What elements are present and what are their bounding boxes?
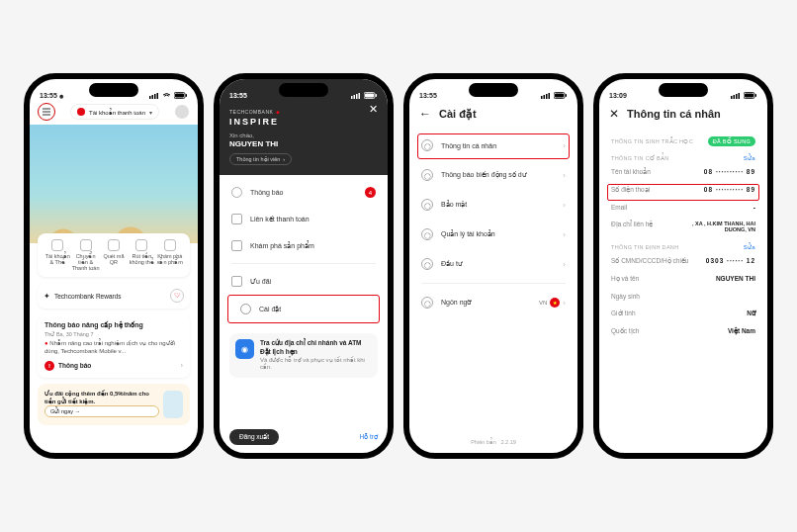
chevron-right-icon: ›	[563, 201, 566, 210]
notch	[279, 83, 328, 97]
avatar[interactable]	[174, 104, 190, 120]
kv-nationality: Quốc tịchViệt Nam	[599, 322, 767, 340]
edit-basic-button[interactable]: Sửa	[744, 154, 755, 161]
action-qr[interactable]: Quét mã QR	[100, 239, 128, 265]
user-icon: ◯	[421, 139, 433, 151]
bell-icon: ◯	[421, 169, 433, 181]
menu-button[interactable]	[38, 103, 55, 121]
account-icon: ◯	[421, 228, 433, 240]
page-title: Thông tin cá nhân	[627, 108, 721, 120]
close-button[interactable]: ✕	[369, 103, 378, 116]
back-button[interactable]: ←	[419, 107, 431, 121]
phone-2-drawer: 13:55 ✕ TECHCOMBANK ◆ INSPIRE Xin chào, …	[214, 73, 394, 459]
drawer-menu: Thông báo4 Liên kết thanh toán Khám phá …	[220, 175, 388, 327]
action-withdraw[interactable]: Rút tiền không thẻ	[128, 239, 155, 265]
explore-icon	[164, 239, 176, 251]
svg-rect-3	[157, 93, 159, 99]
branch-title: Tra cứu địa chỉ chi nhánh và ATM	[260, 339, 362, 346]
news-title: Thông báo nâng cấp hệ thống	[44, 321, 183, 329]
signal-icon	[351, 93, 361, 99]
chevron-down-icon: ▾	[149, 109, 152, 116]
kv-email: Email-	[599, 199, 767, 216]
svg-rect-26	[745, 94, 753, 98]
bell-icon	[231, 187, 242, 198]
svg-rect-13	[376, 94, 378, 97]
transfer-icon	[80, 239, 92, 251]
close-button[interactable]: ✕	[609, 107, 619, 121]
battery-icon	[364, 92, 378, 99]
row-security[interactable]: ◯Bảo mật›	[409, 190, 577, 220]
battery-icon	[744, 92, 757, 99]
notch	[469, 83, 518, 97]
version-label: Phiên bản 2.2.19	[409, 431, 577, 453]
chevron-right-icon: ›	[563, 299, 566, 308]
card-icon	[51, 239, 63, 251]
row-personal-info[interactable]: ◯Thông tin cá nhân›	[409, 131, 577, 160]
svg-rect-2	[154, 94, 156, 99]
drawer-footer: Đăng xuất Hỗ trợ	[220, 421, 388, 453]
branch-card[interactable]: ◉ Tra cứu địa chỉ chi nhánh và ATM Đặt l…	[229, 333, 378, 378]
svg-rect-14	[541, 96, 543, 99]
notch	[89, 83, 138, 97]
clock: 13:55	[419, 92, 437, 99]
signal-icon	[541, 93, 551, 99]
phone-1-home: 13:55 ◉ Tài khoản thanh toán ▾ Tài khoản…	[24, 73, 204, 459]
row-balance-alerts[interactable]: ◯Thông báo biến động số dư›	[409, 160, 577, 190]
svg-rect-16	[546, 94, 548, 99]
battery-icon	[554, 92, 568, 99]
member-info-chip[interactable]: Thông tin hội viên›	[229, 153, 292, 165]
clock: 13:55	[229, 92, 247, 99]
promo-card[interactable]: Ưu đãi cộng thêm đến 0,5%/năm cho tiền g…	[38, 384, 190, 425]
brand-label: TECHCOMBANK	[229, 109, 273, 115]
menu-notifications[interactable]: Thông báo4	[220, 179, 388, 206]
news-date: Thứ Ba, 30 Tháng 7	[44, 331, 183, 337]
edit-id-button[interactable]: Sửa	[744, 243, 755, 250]
row-invest[interactable]: ◯Đầu tư›	[409, 249, 577, 279]
logout-button[interactable]: Đăng xuất	[229, 429, 279, 445]
rewards-label: Techcombank Rewards	[54, 293, 122, 300]
news-link[interactable]: Thông báo	[58, 362, 91, 369]
lang-value: VN	[539, 300, 547, 306]
branch-note: Và được hỗ trợ và phục vụ tốt nhất khi c…	[260, 357, 365, 371]
support-link[interactable]: Hỗ trợ	[360, 433, 378, 441]
news-card[interactable]: Thông báo nâng cấp hệ thống Thứ Ba, 30 T…	[38, 314, 190, 378]
rewards-card[interactable]: ✦Techcombank Rewards ♡	[38, 283, 190, 309]
svg-rect-23	[736, 94, 738, 99]
kv-dob: Ngày sinh	[599, 288, 767, 305]
chevron-right-icon: ›	[563, 230, 566, 239]
promo-cta[interactable]: Gửi ngay →	[44, 405, 159, 417]
chevron-right-icon: ›	[563, 141, 566, 150]
compass-icon	[231, 240, 242, 251]
battery-icon	[174, 92, 188, 99]
divider	[231, 263, 376, 264]
phone-4-personal-info: 13:09 ✕ Thông tin cá nhân THÔNG TIN SINH…	[593, 73, 773, 459]
svg-rect-27	[755, 94, 757, 97]
badge: 4	[365, 187, 376, 198]
chevron-right-icon: ›	[563, 260, 566, 269]
favorite-button[interactable]: ♡	[170, 289, 184, 303]
action-explore[interactable]: Khám phá sản phẩm	[156, 239, 184, 265]
svg-rect-24	[739, 93, 741, 99]
svg-rect-22	[734, 95, 736, 99]
bio-status-badge: Đã bổ sung	[708, 136, 755, 146]
menu-payment-links[interactable]: Liên kết thanh toán	[220, 206, 388, 232]
section-basic: THÔNG TIN CƠ BẢN Sửa	[599, 148, 767, 163]
row-language[interactable]: ◯Ngôn ngữVN ★ ›	[409, 288, 577, 317]
news-body: Nhằm nâng cao trải nghiệm dịch vụ cho ng…	[44, 340, 175, 354]
invest-icon: ◯	[421, 258, 433, 270]
gear-icon	[240, 304, 251, 314]
row-account-mgmt[interactable]: ◯Quản lý tài khoản›	[409, 220, 577, 249]
action-transfer[interactable]: Chuyển tiền & Thanh toán	[72, 239, 100, 271]
svg-rect-15	[544, 95, 546, 99]
svg-rect-7	[351, 96, 353, 99]
kv-address: Địa chỉ liên hệ, XA , H.KIM THANH, HAI D…	[599, 216, 767, 237]
menu-settings[interactable]: Cài đặt	[232, 302, 375, 316]
menu-explore[interactable]: Khám phá sản phẩm	[220, 232, 388, 259]
section-identity: THÔNG TIN ĐỊNH DANH Sửa	[599, 237, 767, 252]
clock: 13:09	[609, 92, 627, 99]
account-selector[interactable]: Tài khoản thanh toán ▾	[70, 104, 159, 120]
action-accounts[interactable]: Tài khoản & Thẻ	[44, 239, 71, 265]
gift-icon	[231, 276, 242, 287]
svg-rect-20	[566, 94, 568, 97]
menu-offers[interactable]: Ưu đãi	[220, 268, 388, 295]
